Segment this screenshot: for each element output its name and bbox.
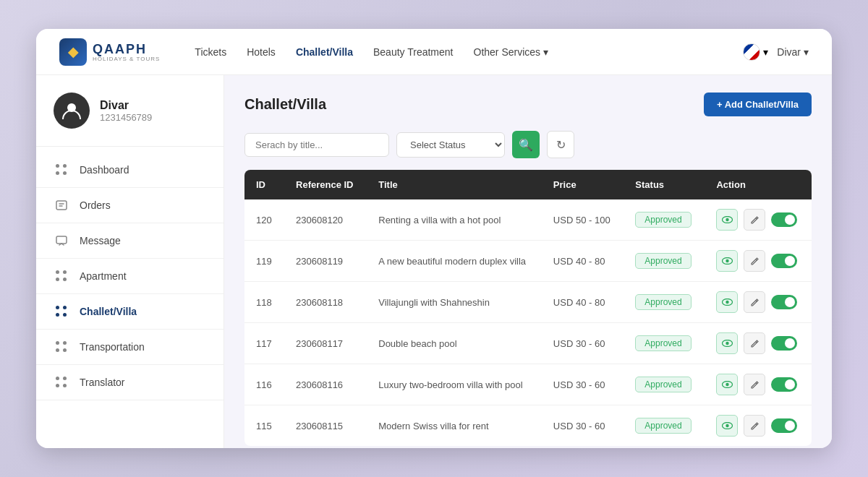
cell-title: Double beach pool bbox=[367, 323, 542, 364]
view-button[interactable] bbox=[716, 415, 738, 437]
cell-id: 116 bbox=[244, 364, 284, 405]
search-input[interactable] bbox=[244, 133, 389, 157]
table-row: 116 230608116 Luxury two-bedroom villa w… bbox=[244, 364, 812, 405]
cell-id: 117 bbox=[244, 323, 284, 364]
action-buttons bbox=[716, 332, 800, 354]
edit-button[interactable] bbox=[744, 415, 765, 437]
sidebar-item-challet-villa[interactable]: Challet/Villa bbox=[36, 294, 224, 330]
edit-button[interactable] bbox=[744, 374, 765, 395]
view-button[interactable] bbox=[716, 332, 738, 354]
lang-arrow-icon: ▾ bbox=[763, 46, 768, 58]
cell-id: 119 bbox=[244, 241, 284, 282]
toggle-active[interactable] bbox=[771, 295, 797, 309]
add-challet-button[interactable]: + Add Challet/Villa bbox=[704, 93, 812, 116]
sidebar-user-name: Divar bbox=[100, 99, 152, 112]
toggle-active[interactable] bbox=[771, 212, 797, 227]
app-window: ◆ QAAPH HOLIDAYS & TOURS Tickets Hotels … bbox=[36, 29, 832, 448]
nav-beauty-treatment[interactable]: Beauty Treatment bbox=[373, 46, 454, 58]
cell-price: USD 30 - 60 bbox=[542, 323, 624, 364]
col-id: ID bbox=[244, 170, 284, 199]
cell-action bbox=[705, 199, 812, 241]
sidebar-label-transportation: Transportation bbox=[80, 341, 145, 353]
svg-point-4 bbox=[726, 218, 728, 221]
cell-ref: 230608118 bbox=[284, 282, 367, 323]
nav-other-services[interactable]: Other Services ▾ bbox=[474, 46, 549, 58]
user-label: Divar bbox=[777, 46, 801, 58]
cell-title: A new beautiful modern duplex villa bbox=[367, 241, 542, 282]
toggle-active[interactable] bbox=[771, 336, 797, 351]
language-selector[interactable]: ▾ bbox=[743, 43, 768, 61]
logo-sub: HOLIDAYS & TOURS bbox=[93, 56, 160, 62]
main-nav: Tickets Hotels Challet/Villa Beauty Trea… bbox=[195, 46, 720, 58]
logo: ◆ QAAPH HOLIDAYS & TOURS bbox=[59, 38, 160, 66]
avatar bbox=[54, 93, 90, 129]
view-button[interactable] bbox=[716, 250, 738, 272]
translator-icon bbox=[54, 374, 69, 390]
cell-price: USD 40 - 80 bbox=[542, 282, 624, 323]
edit-button[interactable] bbox=[744, 250, 765, 272]
cell-action bbox=[705, 364, 812, 405]
sidebar-label-challet: Challet/Villa bbox=[80, 306, 137, 317]
sidebar-label-orders: Orders bbox=[80, 199, 111, 211]
sidebar-item-message[interactable]: Message bbox=[36, 223, 224, 259]
col-ref: Reference ID bbox=[284, 170, 367, 199]
toggle-active[interactable] bbox=[771, 254, 797, 268]
cell-price: USD 40 - 80 bbox=[542, 241, 624, 282]
view-button[interactable] bbox=[716, 209, 738, 231]
action-buttons bbox=[716, 209, 800, 231]
cell-ref: 230608115 bbox=[284, 405, 367, 447]
user-chevron-icon: ▾ bbox=[804, 46, 809, 58]
transportation-icon bbox=[54, 339, 69, 355]
data-table: ID Reference ID Title Price Status Actio… bbox=[244, 170, 812, 446]
user-menu-button[interactable]: Divar ▾ bbox=[777, 46, 809, 58]
chevron-down-icon: ▾ bbox=[543, 46, 548, 58]
action-buttons bbox=[716, 374, 800, 395]
message-icon bbox=[54, 233, 69, 249]
sidebar-label-dashboard: Dashboard bbox=[80, 164, 129, 176]
nav-hotels[interactable]: Hotels bbox=[247, 46, 276, 58]
search-icon: 🔍 bbox=[519, 138, 533, 152]
sidebar-item-transportation[interactable]: Transportation bbox=[36, 330, 224, 365]
orders-icon bbox=[54, 197, 69, 213]
refresh-icon: ↻ bbox=[556, 138, 566, 152]
sidebar-item-apartment[interactable]: Apartment bbox=[36, 259, 224, 294]
view-button[interactable] bbox=[716, 291, 738, 313]
status-badge: Approved bbox=[635, 377, 691, 392]
edit-button[interactable] bbox=[744, 332, 765, 354]
view-button[interactable] bbox=[716, 374, 738, 395]
cell-id: 118 bbox=[244, 282, 284, 323]
sidebar-item-orders[interactable]: Orders bbox=[36, 188, 224, 223]
main-layout: Divar 1231456789 Dashboard Orders bbox=[36, 75, 832, 448]
nav-tickets[interactable]: Tickets bbox=[195, 46, 226, 58]
cell-status: Approved bbox=[624, 282, 705, 323]
svg-point-14 bbox=[726, 424, 728, 427]
cell-title: Luxury two-bedroom villa with pool bbox=[367, 364, 542, 405]
edit-button[interactable] bbox=[744, 291, 765, 313]
cell-id: 115 bbox=[244, 405, 284, 447]
header-right: ▾ Divar ▾ bbox=[743, 43, 809, 61]
nav-challet-villa[interactable]: Challet/Villa bbox=[296, 46, 353, 58]
logo-text: QAAPH bbox=[93, 42, 160, 57]
sidebar-label-message: Message bbox=[80, 235, 121, 246]
action-buttons bbox=[716, 250, 800, 272]
table-row: 115 230608115 Modern Swiss villa for ren… bbox=[244, 405, 812, 447]
table-row: 120 230608120 Renting a villa with a hot… bbox=[244, 199, 812, 241]
toggle-active[interactable] bbox=[771, 377, 797, 392]
search-button[interactable]: 🔍 bbox=[512, 131, 540, 158]
col-title: Title bbox=[367, 170, 542, 199]
col-status: Status bbox=[624, 170, 705, 199]
cell-title: Modern Swiss villa for rent bbox=[367, 405, 542, 447]
page-title: Challet/Villa bbox=[244, 96, 326, 113]
user-details: Divar 1231456789 bbox=[100, 99, 152, 123]
table-row: 119 230608119 A new beautiful modern dup… bbox=[244, 241, 812, 282]
status-select[interactable]: Select Status Approved Pending Rejected bbox=[396, 132, 505, 158]
refresh-button[interactable]: ↻ bbox=[547, 131, 574, 158]
sidebar-item-translator[interactable]: Translator bbox=[36, 365, 224, 400]
status-badge: Approved bbox=[635, 253, 691, 269]
cell-action bbox=[705, 323, 812, 364]
toggle-active[interactable] bbox=[771, 418, 797, 433]
sidebar-item-dashboard[interactable]: Dashboard bbox=[36, 152, 224, 188]
edit-button[interactable] bbox=[744, 209, 765, 231]
cell-ref: 230608117 bbox=[284, 323, 367, 364]
svg-rect-2 bbox=[56, 236, 67, 244]
